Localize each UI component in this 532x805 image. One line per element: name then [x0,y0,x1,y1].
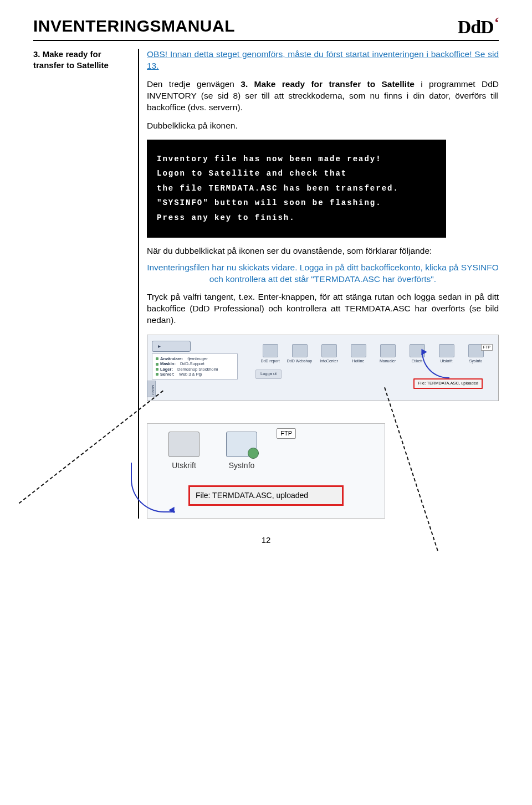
toolbar-button[interactable]: DdD report [255,343,285,363]
backoffice-toolbar-zoom: FTP Utskrift SysInfo File: TERMDATA.ASC,… [147,423,385,519]
button-label: Utskrift [172,461,196,470]
menu-tab[interactable]: MENU [147,381,156,397]
page-number: 12 [33,535,499,545]
translated-note: Inventeringsfilen har nu skickats vidare… [147,262,499,284]
terminal-output: Inventory file has now been made ready! … [147,140,446,238]
toolbar-button[interactable]: DdD Webshop [285,343,314,363]
step-title: Make ready for transfer to Satellite [33,49,109,70]
monitor-plus-icon [226,432,257,457]
session-info: Användare: fjernbruger Maskin: DdD-Suppo… [152,353,238,380]
callout-arrow-icon [131,463,175,512]
terminal-line: the file TERMDATA.ASC has been transfere… [157,181,436,196]
callout-arrow-icon [422,352,449,378]
terminal-line: "SYSINFO" button will soon be flashing. [157,196,436,211]
step-number: 3. [33,49,40,59]
paragraph-3: När du dubbelklickat på ikonen ser du ov… [147,245,499,257]
left-column: 3. Make ready for transfer to Satellite [33,49,130,519]
file-status-highlight-small: File: TERMDATA.ASC, uploaded [413,378,483,388]
terminal-line: Inventory file has now been made ready! [157,152,436,167]
file-status-highlight: File: TERMDATA.ASC, uploaded [188,485,344,506]
paragraph-1: Den tredje genvägen 3. Make ready for tr… [147,79,499,114]
terminal-line: Press any key to finish. [157,211,436,225]
ftp-badge: FTP [481,344,493,350]
toolbar-button[interactable]: Manualer [373,343,402,363]
right-column: OBS! Innan detta steget genomförs, måste… [147,49,499,519]
backoffice-toolbar-small: ▸ Användare: fjernbruger Maskin: DdD-Sup… [147,335,499,401]
paragraph-2: Dubbelklicka på ikonen. [147,120,499,132]
paragraph-4: Tryck på valfri tangent, t.ex. Enter-kna… [147,291,499,326]
zoom-guide-line [384,387,438,551]
button-label: SysInfo [229,461,255,470]
terminal-line: Logon to Satellite and check that [157,166,436,181]
brand-logo: DdD‘ [458,17,499,38]
obs-warning: OBS! Innan detta steget genomförs, måste… [147,49,499,72]
column-divider [138,49,139,519]
sysinfo-button[interactable]: SysInfo [226,432,257,471]
logout-button[interactable]: Logga ut [255,370,282,378]
toolbar-button[interactable]: InfoCenter [314,343,344,363]
document-title: INVENTERINGSMANUAL [33,17,235,35]
home-tab[interactable]: ▸ [152,341,191,352]
printer-icon [168,432,200,457]
toolbar-button[interactable]: Hotline [344,343,373,363]
ftp-badge: FTP [277,428,296,439]
toolbar-button-row: DdD report DdD Webshop InfoCenter Hotlin… [255,343,490,363]
